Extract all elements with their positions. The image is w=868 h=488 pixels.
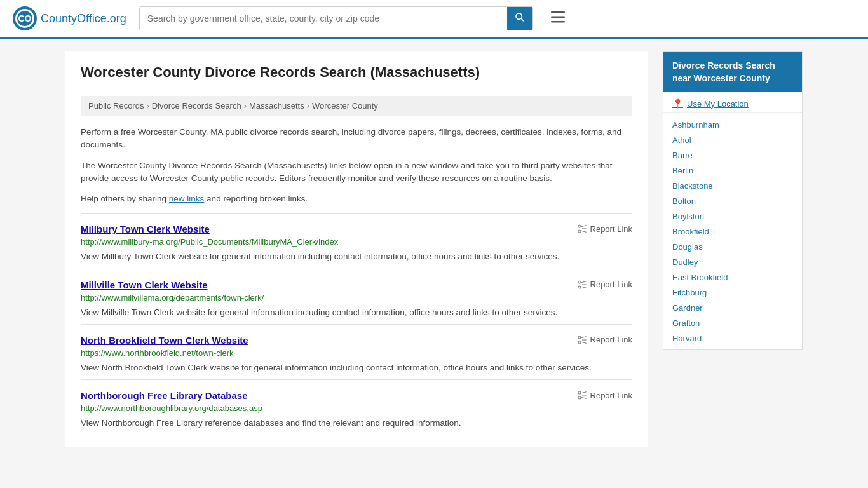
menu-button[interactable] bbox=[546, 9, 570, 29]
list-item: Brookfield bbox=[663, 224, 802, 239]
page-title: Worcester County Divorce Records Search … bbox=[81, 64, 632, 86]
result-url[interactable]: http://www.millvillema.org/departments/t… bbox=[81, 293, 632, 302]
sidebar-city-link[interactable]: Dudley bbox=[672, 257, 698, 267]
sidebar-city-link[interactable]: Athol bbox=[672, 135, 691, 145]
svg-rect-7 bbox=[551, 16, 565, 18]
svg-rect-8 bbox=[551, 21, 565, 23]
description-para3: Help others by sharing new links and rep… bbox=[81, 193, 632, 205]
list-item: Blackstone bbox=[663, 178, 802, 193]
list-item: East Brookfield bbox=[663, 269, 802, 285]
list-item: Douglas bbox=[663, 239, 802, 254]
list-item: Bolton bbox=[663, 193, 802, 208]
svg-point-24 bbox=[578, 391, 581, 394]
sidebar-city-link[interactable]: Boylston bbox=[672, 212, 704, 221]
svg-line-16 bbox=[581, 281, 587, 282]
result-description: View Millbury Town Clerk website for gen… bbox=[81, 250, 632, 263]
sidebar-city-link[interactable]: Douglas bbox=[672, 242, 703, 252]
svg-point-20 bbox=[578, 341, 581, 344]
location-icon: 📍 bbox=[672, 98, 683, 109]
breadcrumb-public-records[interactable]: Public Records bbox=[88, 101, 144, 111]
new-links-link[interactable]: new links bbox=[169, 194, 205, 203]
site-logo[interactable]: CO CountyOffice.org bbox=[13, 6, 126, 30]
sidebar-city-link[interactable]: Barre bbox=[672, 151, 693, 160]
result-description: View Northborough Free Library reference… bbox=[81, 417, 632, 430]
svg-point-9 bbox=[578, 225, 581, 227]
scissors-icon bbox=[577, 224, 587, 234]
list-item: Ashburnham bbox=[663, 117, 802, 132]
sidebar-city-link[interactable]: Fitchburg bbox=[672, 288, 707, 297]
report-link-button[interactable]: Report Link bbox=[577, 335, 632, 345]
sidebar-city-link[interactable]: Blackstone bbox=[672, 181, 713, 191]
svg-point-15 bbox=[578, 286, 581, 288]
result-title-row: Northborough Free Library Database Repor… bbox=[81, 390, 632, 401]
result-url[interactable]: http://www.northboroughlibrary.org/datab… bbox=[81, 403, 632, 413]
search-button[interactable] bbox=[507, 7, 532, 30]
sidebar-city-link[interactable]: Ashburnham bbox=[672, 120, 719, 130]
breadcrumb-massachusetts[interactable]: Massachusetts bbox=[249, 101, 304, 111]
svg-line-26 bbox=[581, 392, 587, 393]
report-link-button[interactable]: Report Link bbox=[577, 390, 632, 400]
sidebar-city-link[interactable]: Brookfield bbox=[672, 227, 709, 236]
search-icon bbox=[515, 12, 525, 22]
site-header: CO CountyOffice.org bbox=[0, 0, 868, 39]
list-item: Boylston bbox=[663, 208, 802, 224]
svg-point-10 bbox=[578, 230, 581, 233]
list-item: Fitchburg bbox=[663, 285, 802, 300]
result-title-row: Millville Town Clerk Website Report Link bbox=[81, 280, 632, 290]
result-title-link[interactable]: Millbury Town Clerk Website bbox=[81, 224, 210, 234]
main-container: Worcester County Divorce Records Search … bbox=[53, 39, 815, 460]
sidebar-city-list: AshburnhamAtholBarreBerlinBlackstoneBolt… bbox=[663, 113, 802, 349]
scissors-icon bbox=[577, 335, 587, 345]
list-item: Barre bbox=[663, 147, 802, 163]
result-title-link[interactable]: Millville Town Clerk Website bbox=[81, 280, 208, 290]
use-my-location[interactable]: 📍 Use My Location bbox=[663, 92, 802, 113]
logo-text: CountyOffice.org bbox=[41, 12, 126, 25]
svg-point-19 bbox=[578, 336, 581, 339]
svg-line-5 bbox=[521, 18, 524, 22]
svg-point-4 bbox=[516, 13, 522, 19]
svg-point-14 bbox=[578, 281, 581, 283]
sidebar-title: Divorce Records Search near Worcester Co… bbox=[663, 52, 802, 92]
sidebar-city-link[interactable]: Bolton bbox=[672, 196, 696, 206]
list-item: Dudley bbox=[663, 254, 802, 269]
sidebar-city-link[interactable]: Grafton bbox=[672, 318, 700, 328]
breadcrumb-divorce-records[interactable]: Divorce Records Search bbox=[152, 101, 241, 111]
result-title-row: Millbury Town Clerk Website Report Link bbox=[81, 224, 632, 234]
result-title-link[interactable]: North Brookfield Town Clerk Website bbox=[81, 335, 248, 346]
results-list: Millbury Town Clerk Website Report Link … bbox=[81, 213, 632, 432]
report-link-button[interactable]: Report Link bbox=[577, 224, 632, 234]
sidebar-box: Divorce Records Search near Worcester Co… bbox=[663, 51, 803, 350]
list-item: Athol bbox=[663, 132, 802, 147]
result-description: View Millville Town Clerk website for ge… bbox=[81, 306, 632, 319]
list-item: Berlin bbox=[663, 163, 802, 178]
svg-line-21 bbox=[581, 336, 587, 337]
report-link-button[interactable]: Report Link bbox=[577, 280, 632, 290]
sidebar-city-link[interactable]: East Brookfield bbox=[672, 273, 728, 282]
svg-text:CO: CO bbox=[18, 13, 32, 24]
description-para1: Perform a free Worcester County, MA publ… bbox=[81, 126, 632, 152]
result-description: View North Brookfield Town Clerk website… bbox=[81, 362, 632, 374]
search-input[interactable] bbox=[140, 8, 507, 29]
sidebar-city-link[interactable]: Gardner bbox=[672, 303, 703, 313]
sidebar-city-link[interactable]: Berlin bbox=[672, 166, 693, 175]
scissors-icon bbox=[577, 280, 587, 290]
scissors-icon bbox=[577, 390, 587, 400]
logo-icon: CO bbox=[13, 6, 37, 30]
breadcrumb: Public Records › Divorce Records Search … bbox=[81, 96, 632, 116]
hamburger-icon bbox=[551, 11, 565, 23]
result-title-link[interactable]: Northborough Free Library Database bbox=[81, 390, 248, 401]
breadcrumb-current: Worcester County bbox=[312, 101, 378, 111]
result-entry: Millville Town Clerk Website Report Link… bbox=[81, 269, 632, 322]
result-title-row: North Brookfield Town Clerk Website Repo… bbox=[81, 335, 632, 346]
result-url[interactable]: https://www.northbrookfield.net/town-cle… bbox=[81, 348, 632, 358]
sidebar-city-link[interactable]: Harvard bbox=[672, 334, 702, 343]
result-url[interactable]: http://www.millbury-ma.org/Public_Docume… bbox=[81, 237, 632, 247]
result-entry: Northborough Free Library Database Repor… bbox=[81, 379, 632, 432]
main-content: Worcester County Divorce Records Search … bbox=[65, 51, 648, 447]
svg-rect-6 bbox=[551, 11, 565, 13]
svg-line-12 bbox=[581, 231, 587, 232]
description-para2: The Worcester County Divorce Records Sea… bbox=[81, 159, 632, 186]
result-entry: North Brookfield Town Clerk Website Repo… bbox=[81, 324, 632, 377]
sidebar: Divorce Records Search near Worcester Co… bbox=[663, 51, 803, 447]
list-item: Grafton bbox=[663, 315, 802, 330]
